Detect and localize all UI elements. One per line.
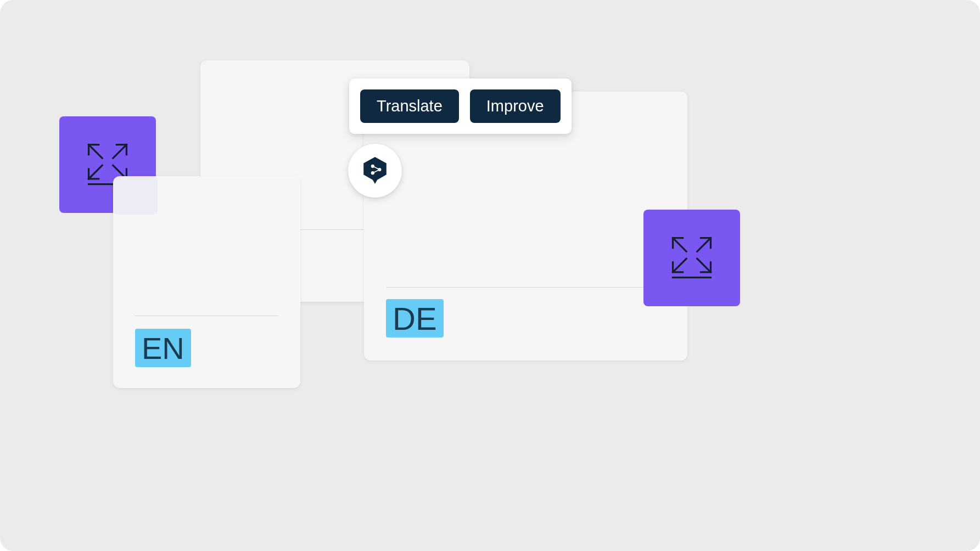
- svg-line-2: [89, 165, 103, 179]
- expand-tile-right: [643, 210, 740, 306]
- improve-button[interactable]: Improve: [470, 89, 561, 123]
- svg-line-8: [697, 258, 711, 272]
- svg-line-6: [697, 238, 711, 252]
- svg-point-12: [378, 168, 381, 171]
- logo-badge: [348, 144, 402, 198]
- canvas: JA DE EN: [0, 0, 980, 551]
- button-label: Improve: [486, 97, 544, 115]
- lang-code: EN: [142, 330, 184, 366]
- translate-button[interactable]: Translate: [360, 89, 459, 123]
- svg-line-7: [673, 258, 687, 272]
- button-label: Translate: [377, 97, 443, 115]
- svg-point-11: [371, 165, 374, 168]
- lang-badge-de: DE: [386, 299, 444, 338]
- expand-icon: [669, 234, 714, 282]
- action-toolbar: Translate Improve: [349, 78, 572, 134]
- card-divider: [135, 316, 278, 316]
- lang-code: DE: [393, 300, 437, 337]
- svg-point-13: [371, 171, 374, 175]
- card-divider: [386, 287, 665, 288]
- svg-line-0: [89, 145, 103, 159]
- lang-badge-en: EN: [135, 329, 191, 367]
- svg-line-5: [673, 238, 687, 252]
- ghost-overlay: [114, 176, 158, 215]
- svg-line-1: [113, 145, 127, 159]
- svg-marker-10: [363, 157, 387, 184]
- deepl-logo-icon: [361, 155, 389, 186]
